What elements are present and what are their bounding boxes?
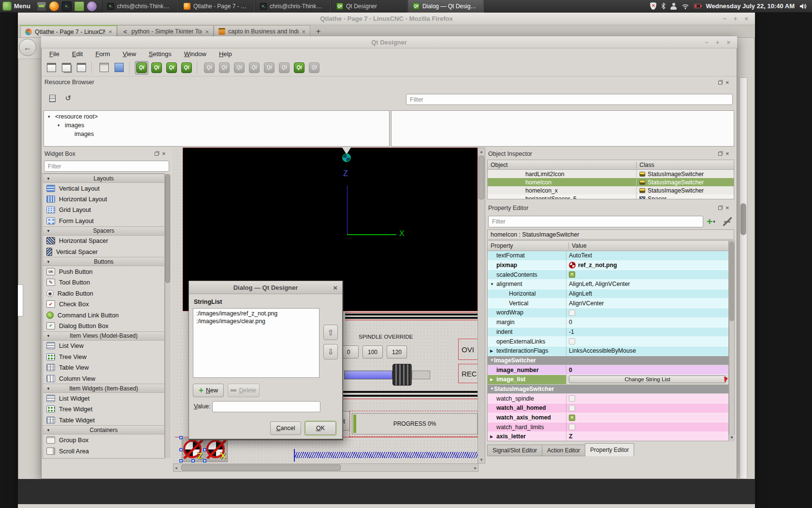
widget-box-item[interactable] — [43, 456, 164, 459]
menu-item[interactable]: File — [49, 50, 59, 58]
scroll-down-icon[interactable]: ▼ — [729, 434, 735, 441]
user-icon[interactable] — [670, 3, 677, 10]
widget-box-item[interactable]: ✎Tool Button — [43, 277, 164, 288]
widget-box-category[interactable]: ▾Spacers — [43, 226, 164, 236]
firefox-scrollbar[interactable] — [740, 77, 747, 479]
z-unhomed-status-icon[interactable]: Z — [182, 438, 204, 462]
property-filter-input[interactable] — [488, 216, 703, 227]
widget-box-item[interactable]: Scroll Area — [43, 446, 164, 456]
add-property-button[interactable]: +▾ — [707, 216, 722, 227]
editor-tab[interactable]: Signal/Slot Editor — [487, 445, 542, 456]
widget-box-category[interactable]: ▾Containers — [43, 425, 164, 434]
object-inspector-row[interactable]: hardLimit2IconStatusImageSwitcher — [488, 170, 734, 178]
new-button[interactable]: +New — [193, 384, 224, 397]
shield-icon[interactable]: ✕ — [650, 2, 656, 10]
widget-box-item[interactable]: List Widget — [43, 393, 164, 403]
taskbar-window-button[interactable]: >_chris@chris-ThinkPa... — [255, 0, 331, 13]
firefox-tab[interactable]: capto in Business and Indust× — [214, 25, 310, 37]
resource-filter-input[interactable] — [406, 94, 733, 105]
widget-box-scrollbar-thumb[interactable] — [165, 174, 170, 283]
string-list-item[interactable]: :/images/images/ref_z_not.png — [193, 310, 319, 317]
close-button[interactable]: × — [726, 39, 730, 46]
float-dock-icon[interactable] — [718, 152, 722, 156]
property-row[interactable]: openExternalLinks — [488, 337, 728, 346]
minimize-button[interactable]: − — [705, 39, 709, 46]
object-inspector-row[interactable]: homeIconStatusImageSwitcher — [488, 178, 734, 186]
widget-box-filter-input[interactable] — [44, 161, 169, 172]
speaker-icon[interactable] — [799, 3, 807, 10]
widget-box-item[interactable]: Tree Widget — [43, 404, 164, 415]
toolbar-button[interactable]: Qt — [218, 61, 231, 75]
close-button[interactable]: × — [744, 15, 748, 22]
menu-item[interactable]: Window — [184, 50, 206, 58]
widget-box-item[interactable]: ✔Check Box — [43, 299, 164, 310]
wifi-icon[interactable] — [682, 3, 689, 9]
scroll-left-icon[interactable]: ◂ — [175, 465, 177, 470]
toolbar-button[interactable]: Qt — [262, 61, 276, 75]
toolbar-button[interactable] — [97, 61, 111, 75]
resource-edit-button[interactable] — [46, 92, 58, 105]
firefox-icon[interactable] — [49, 1, 59, 11]
bluetooth-icon[interactable] — [661, 2, 666, 10]
taskbar-window-button[interactable]: QtQt Designer — [331, 0, 407, 13]
taskbar-window-button[interactable]: QtDialog — Qt Designer — [407, 0, 484, 13]
property-row[interactable]: watch_hard_limits — [488, 422, 728, 432]
widget-box-item[interactable]: Vertical Spacer — [43, 246, 164, 257]
close-icon[interactable]: × — [725, 80, 729, 85]
unchecked-checkbox[interactable] — [569, 424, 575, 430]
string-list-item[interactable]: :/images/images/clear.png — [193, 317, 319, 325]
menu-item[interactable]: Form — [95, 50, 110, 58]
selection-handle[interactable] — [179, 459, 183, 463]
selection-handle[interactable] — [179, 436, 183, 439]
property-row[interactable]: image_number0 — [488, 365, 728, 375]
widget-box-item[interactable]: Table Widget — [43, 415, 164, 425]
property-row[interactable]: textFormatAutoText — [488, 251, 728, 261]
toolbar-button[interactable]: Qt — [165, 61, 178, 75]
property-row[interactable]: ▶axis_letterZ — [488, 432, 728, 441]
editor-tab[interactable]: Property Editor — [585, 443, 634, 456]
float-dock-icon[interactable] — [155, 152, 159, 156]
property-row[interactable]: ▶textInteractionFlagsLinksAccessibleByMo… — [488, 346, 728, 356]
property-row[interactable]: wordWrap — [488, 308, 728, 318]
property-row[interactable]: pixmapref_z_not.png — [488, 261, 728, 270]
canvas-hscrollbar-thumb[interactable] — [181, 464, 341, 471]
property-column-header[interactable]: Property — [488, 242, 568, 249]
mint-menu-icon[interactable] — [2, 1, 12, 11]
menu-item[interactable]: Settings — [149, 50, 172, 58]
back-button[interactable]: ← — [19, 39, 36, 56]
move-up-button[interactable]: ⇧ — [323, 325, 338, 340]
widget-box-item[interactable]: Form Layout — [43, 215, 164, 226]
toolbar-button[interactable]: Qt — [203, 61, 216, 75]
delete-button[interactable]: Delete — [228, 384, 260, 397]
move-down-button[interactable]: ⇩ — [323, 344, 338, 359]
battery-icon[interactable] — [694, 4, 701, 8]
unchecked-checkbox[interactable] — [569, 310, 575, 316]
selection-handle[interactable] — [203, 459, 206, 463]
toolbar-button[interactable]: Qt — [135, 61, 148, 75]
widget-box-item[interactable]: Tree View — [43, 351, 164, 362]
property-scrollbar-thumb[interactable] — [729, 241, 734, 321]
maximize-button[interactable]: + — [734, 15, 738, 22]
widget-box-item[interactable]: Horizontal Layout — [43, 194, 164, 204]
property-row[interactable]: VerticalAlignVCenter — [488, 299, 728, 308]
widget-box-item[interactable]: Horizontal Spacer — [43, 236, 164, 246]
resource-tree-item[interactable]: images — [44, 130, 389, 138]
toolbar-button[interactable] — [44, 61, 58, 75]
tab-close-icon[interactable]: × — [205, 28, 209, 35]
toolbar-button[interactable]: Qt — [180, 61, 193, 75]
firefox-titlebar[interactable]: Qtlathe - Page 7 - LinuxCNC - Mozilla Fi… — [18, 13, 755, 25]
toolbar-button[interactable] — [74, 61, 88, 75]
property-row[interactable]: watch_spindle — [488, 394, 728, 403]
clock[interactable]: Wednesday July 22, 10:40 AM — [706, 2, 795, 10]
selection-handle[interactable] — [191, 459, 195, 463]
unchecked-checkbox[interactable] — [569, 395, 575, 402]
unchecked-checkbox[interactable] — [569, 338, 575, 344]
property-row[interactable]: scaledContents✕ — [488, 270, 728, 280]
toolbar-button[interactable]: Qt — [307, 61, 321, 75]
property-row[interactable]: ▶image_listChange String List — [488, 375, 728, 385]
taskbar-window-button[interactable]: Qtlathe - Page 7 - Lin... — [178, 0, 255, 13]
change-string-list-button[interactable]: Change String List — [569, 375, 726, 383]
resource-tree-item[interactable]: ▾images — [44, 121, 389, 130]
widget-box-item[interactable]: List View — [43, 341, 164, 351]
scroll-right-icon[interactable]: ▸ — [474, 465, 477, 470]
